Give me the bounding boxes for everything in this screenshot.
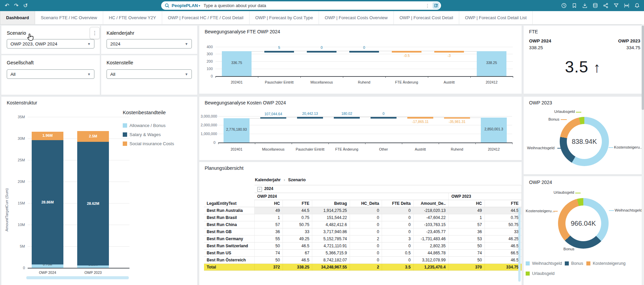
- data-cell[interactable]: 4,721,110.91: [312, 243, 350, 250]
- legend-item-social-insurance-costs[interactable]: Social insurance Costs: [123, 141, 174, 146]
- tab-owp-forecast-costs-overview[interactable]: OWP | Forecast Costs Overview: [319, 11, 394, 24]
- data-cell[interactable]: 57: [255, 221, 283, 228]
- column-header-fte-delta[interactable]: FTE Delta: [382, 200, 414, 207]
- data-cell[interactable]: 0: [350, 207, 382, 214]
- dataset-icon[interactable]: [592, 3, 598, 8]
- total-data-cell[interactable]: 370: [448, 264, 485, 271]
- data-cell[interactable]: 3: [382, 235, 414, 243]
- data-cell[interactable]: 66.5: [485, 250, 522, 257]
- data-cell[interactable]: 33: [283, 228, 312, 235]
- row-header-cell[interactable]: Best Run Germany: [204, 235, 255, 243]
- data-cell[interactable]: 0.75: [485, 214, 522, 221]
- data-cell[interactable]: 50: [255, 243, 283, 250]
- data-cell[interactable]: 50: [448, 257, 485, 264]
- filter-icon[interactable]: [613, 3, 619, 8]
- column-group-owp-2023[interactable]: OWP 2023: [448, 193, 521, 200]
- data-cell[interactable]: 0: [382, 257, 414, 264]
- row-header-cell[interactable]: Best Run Switzerland: [204, 243, 255, 250]
- row-header-cell[interactable]: Best Run Österreich: [204, 257, 255, 264]
- open-q-panel-icon[interactable]: [433, 2, 439, 9]
- table-vertical-scrollbar[interactable]: [518, 208, 521, 282]
- data-cell[interactable]: 0: [350, 221, 382, 228]
- data-cell[interactable]: 0.5: [382, 250, 414, 257]
- tab-owp-forecast-by-cost-type[interactable]: OWP | Forecast by Cost Type: [250, 11, 319, 24]
- row-header-cell[interactable]: Best Run China: [204, 221, 255, 228]
- waterfall-delta-bar-Pauschaler Eintritt[interactable]: [264, 51, 294, 53]
- data-cell[interactable]: 36: [448, 228, 485, 235]
- search-more-icon[interactable]: ⋮: [425, 3, 430, 8]
- data-cell[interactable]: 49.25: [283, 235, 312, 243]
- page-scrollbar-thumb[interactable]: [642, 26, 644, 110]
- data-cell[interactable]: 0: [350, 228, 382, 235]
- gesellschaft-dropdown[interactable]: All ▼: [7, 69, 94, 79]
- q-search-bar[interactable]: PeoplePLAN ▾ Type a question about your …: [161, 1, 441, 10]
- legend-item-kostensteigerung[interactable]: Kostensteigerung: [586, 261, 625, 266]
- collapse-icon[interactable]: −: [257, 187, 262, 192]
- waterfall-delta-bar-FTE Änderung[interactable]: [392, 51, 421, 53]
- waterfall-delta-bar-FTE Änderung[interactable]: [334, 117, 359, 119]
- data-cell[interactable]: 46.5: [485, 243, 522, 250]
- search-topic-selector[interactable]: PeoplePLAN: [172, 3, 198, 8]
- column-header-hc[interactable]: HC: [448, 200, 485, 207]
- data-cell[interactable]: 0.75: [283, 214, 312, 221]
- data-cell[interactable]: 57: [448, 221, 485, 228]
- legend-item-urlaubsgeld[interactable]: Urlaubsgeld: [526, 271, 555, 276]
- export-icon[interactable]: [582, 3, 588, 8]
- data-cell[interactable]: 44.5: [485, 207, 522, 214]
- data-cell[interactable]: 3,312,078.99: [414, 257, 449, 264]
- tab-dashboard[interactable]: Dashboard: [0, 11, 35, 24]
- kostenstelle-dropdown[interactable]: All ▼: [107, 69, 192, 79]
- data-cell[interactable]: -103,763.15: [414, 221, 449, 228]
- waterfall-delta-bar-Austritt[interactable]: [407, 117, 433, 119]
- tab-owp-forecast-cost-detail[interactable]: OWP | Forecast Cost Detail: [394, 11, 459, 24]
- row-header-title[interactable]: LegalEntityText: [204, 200, 255, 207]
- data-cell[interactable]: 55: [255, 235, 283, 243]
- data-cell[interactable]: 74: [448, 250, 485, 257]
- waterfall-delta-bar-Pauschaler Eintritt[interactable]: [297, 117, 323, 119]
- data-cell[interactable]: -23,405.77: [414, 228, 449, 235]
- data-cell[interactable]: 44.5: [283, 207, 312, 214]
- tab-hc-fte-overview-y2y[interactable]: HC / FTE Overview Y2Y: [103, 11, 162, 24]
- data-cell[interactable]: -218,020.13: [414, 207, 449, 214]
- filter-menu-button[interactable]: ⋮: [90, 27, 100, 39]
- total-data-cell[interactable]: 334.75: [485, 264, 522, 271]
- data-cell[interactable]: 67: [283, 250, 312, 257]
- bell-icon[interactable]: [634, 3, 640, 8]
- data-cell[interactable]: 0: [382, 228, 414, 235]
- row-header-cell[interactable]: Best Run Australia: [204, 207, 255, 214]
- data-cell[interactable]: 49: [255, 207, 283, 214]
- data-cell[interactable]: 0: [382, 221, 414, 228]
- data-cell[interactable]: 46.5: [283, 257, 312, 264]
- column-group-owp-2024[interactable]: OWP 2024: [255, 193, 448, 200]
- waterfall-delta-bar-Miscellaneous[interactable]: [260, 117, 286, 119]
- data-cell[interactable]: 4,482,412.6: [312, 221, 350, 228]
- data-cell[interactable]: 2: [350, 235, 382, 243]
- column-header-hc-delta[interactable]: HC_Delta: [350, 200, 382, 207]
- column-header-hc[interactable]: HC: [255, 200, 283, 207]
- data-cell[interactable]: 53: [448, 235, 485, 243]
- total-data-cell[interactable]: 338.25: [283, 264, 312, 271]
- data-cell[interactable]: 1,914,275.25: [312, 207, 350, 214]
- column-header-amount-de-[interactable]: Amount_De..: [414, 200, 449, 207]
- tab-owp-forecast-hc-fte-cost-detail[interactable]: OWP | Forecast HC / FTE / Cost Detail: [162, 11, 250, 24]
- legend-item-bonus[interactable]: Bonus: [565, 261, 583, 266]
- data-cell[interactable]: 0: [350, 257, 382, 264]
- tab-scenario-fte-hc-overview[interactable]: Scenario FTE / HC Overview: [35, 11, 103, 24]
- undo-icon[interactable]: ↶: [5, 3, 9, 8]
- data-cell[interactable]: 0: [382, 243, 414, 250]
- data-cell[interactable]: 8,742,182.07: [312, 257, 350, 264]
- data-cell[interactable]: 50: [255, 257, 283, 264]
- fit-width-icon[interactable]: [624, 3, 630, 8]
- breadcrumb-szenario[interactable]: Szenario: [288, 178, 305, 182]
- data-cell[interactable]: 44,865.78: [414, 250, 449, 257]
- data-cell[interactable]: 5,152,785.74: [312, 235, 350, 243]
- data-cell[interactable]: 50.75: [283, 221, 312, 228]
- total-data-cell[interactable]: 34,248,967.55: [312, 264, 350, 271]
- data-cell[interactable]: 46.5: [283, 243, 312, 250]
- data-cell[interactable]: 1: [255, 214, 283, 221]
- data-cell[interactable]: 1: [448, 214, 485, 221]
- data-cell[interactable]: 3,717,940.86: [312, 228, 350, 235]
- data-cell[interactable]: 0: [382, 214, 414, 221]
- clock-icon[interactable]: [561, 3, 567, 8]
- row-header-cell[interactable]: Best Run US: [204, 250, 255, 257]
